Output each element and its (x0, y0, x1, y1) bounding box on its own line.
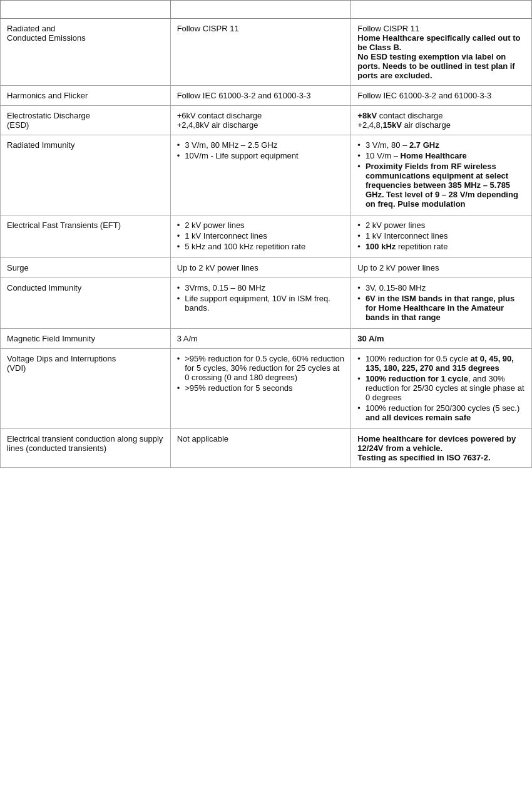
table-row: Electrical Fast Transients (EFT)2 kV pow… (1, 215, 532, 258)
row-label-1: Harmonics and Flicker (1, 86, 171, 106)
row-label-8: Voltage Dips and Interruptions(VDI) (1, 349, 171, 429)
row-col2-3: 3 V/m, 80 MHz – 2.5 GHz10V/m - Life supp… (170, 135, 351, 215)
table-row: Radiated andConducted EmissionsFollow CI… (1, 19, 532, 86)
row-col3-3: 3 V/m, 80 – 2.7 GHz10 V/m – Home Healthc… (351, 135, 532, 215)
row-col3-6: 3V, 0.15-80 MHz6V in the ISM bands in th… (351, 278, 532, 329)
row-col3-1: Follow IEC 61000-3-2 and 61000-3-3 (351, 86, 532, 106)
header-col2 (170, 1, 351, 19)
table-row: Electrostatic Discharge(ESD)+6kV contact… (1, 106, 532, 135)
row-col2-6: 3Vrms, 0.15 – 80 MHzLife support equipme… (170, 278, 351, 329)
row-col2-7: 3 A/m (170, 329, 351, 349)
row-label-2: Electrostatic Discharge(ESD) (1, 106, 171, 135)
header-col3 (351, 1, 532, 19)
row-label-5: Surge (1, 258, 171, 278)
row-col2-2: +6kV contact discharge+2,4,8kV air disch… (170, 106, 351, 135)
row-label-6: Conducted Immunity (1, 278, 171, 329)
row-label-3: Radiated Immunity (1, 135, 171, 215)
row-col3-0: Follow CISPR 11Home Healthcare specifica… (351, 19, 532, 86)
row-label-4: Electrical Fast Transients (EFT) (1, 215, 171, 258)
row-col2-5: Up to 2 kV power lines (170, 258, 351, 278)
row-col2-9: Not applicable (170, 429, 351, 468)
header-col1 (1, 1, 171, 19)
row-col2-4: 2 kV power lines1 kV Interconnect lines5… (170, 215, 351, 258)
row-col3-5: Up to 2 kV power lines (351, 258, 532, 278)
row-col3-4: 2 kV power lines1 kV Interconnect lines1… (351, 215, 532, 258)
table-row: Radiated Immunity3 V/m, 80 MHz – 2.5 GHz… (1, 135, 532, 215)
table-row: Electrical transient conduction along su… (1, 429, 532, 468)
row-col3-2: +8kV contact discharge+2,4,8,15kV air di… (351, 106, 532, 135)
row-col3-7: 30 A/m (351, 329, 532, 349)
table-row: Magnetic Field Immunity3 A/m30 A/m (1, 329, 532, 349)
row-label-9: Electrical transient conduction along su… (1, 429, 171, 468)
row-label-7: Magnetic Field Immunity (1, 329, 171, 349)
table-row: Conducted Immunity3Vrms, 0.15 – 80 MHzLi… (1, 278, 532, 329)
table-row: SurgeUp to 2 kV power linesUp to 2 kV po… (1, 258, 532, 278)
row-label-0: Radiated andConducted Emissions (1, 19, 171, 86)
row-col2-8: >95% reduction for 0.5 cycle, 60% reduct… (170, 349, 351, 429)
row-col2-1: Follow IEC 61000-3-2 and 61000-3-3 (170, 86, 351, 106)
row-col3-8: 100% reduction for 0.5 cycle at 0, 45, 9… (351, 349, 532, 429)
row-col3-9: Home healthcare for devices powered by 1… (351, 429, 532, 468)
table-row: Harmonics and FlickerFollow IEC 61000-3-… (1, 86, 532, 106)
row-col2-0: Follow CISPR 11 (170, 19, 351, 86)
table-row: Voltage Dips and Interruptions(VDI)>95% … (1, 349, 532, 429)
